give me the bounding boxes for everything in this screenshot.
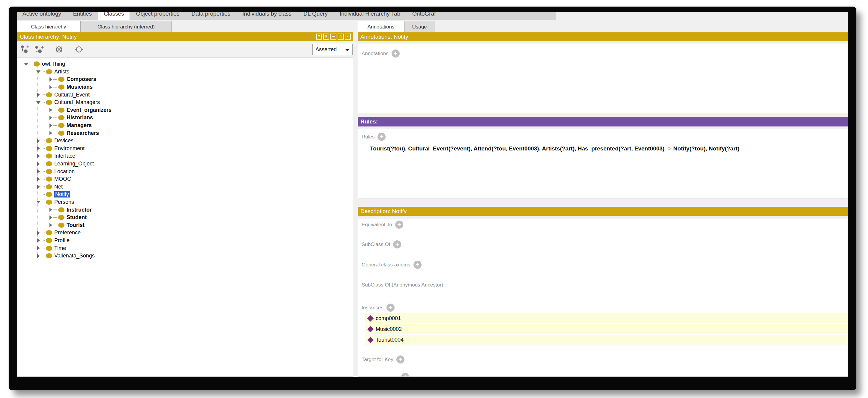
tree-row-net[interactable]: Net xyxy=(21,183,352,191)
collapse-toggle-icon[interactable] xyxy=(36,100,41,105)
collapse-toggle-icon[interactable] xyxy=(24,62,29,67)
tree-row-preference[interactable]: Preference xyxy=(21,229,352,237)
main-tab-data-properties[interactable]: Data properties xyxy=(186,12,236,20)
expand-toggle-icon[interactable] xyxy=(36,146,41,151)
expand-toggle-icon[interactable] xyxy=(49,108,53,112)
tree-row-learning-object[interactable]: Learning_Object xyxy=(21,160,352,168)
expand-toggle-icon[interactable] xyxy=(36,230,41,235)
add-general-axiom-button[interactable]: + xyxy=(413,261,422,269)
add-superclass-button[interactable]: + xyxy=(393,240,401,248)
main-tab-dl-query[interactable]: DL Query xyxy=(298,12,333,20)
tree-row-researchers[interactable]: Researchers xyxy=(21,129,352,137)
tree-row-mooc[interactable]: MOOC xyxy=(21,175,352,183)
tree-row-cultural-event[interactable]: Cultural_Event xyxy=(21,91,352,99)
minimize-icon[interactable]: — xyxy=(331,34,336,39)
maximize-icon[interactable]: □ xyxy=(338,34,344,39)
expand-toggle-icon[interactable] xyxy=(49,115,53,120)
tree-row-musicians[interactable]: Musicians xyxy=(21,83,352,91)
expand-toggle-icon[interactable] xyxy=(49,85,53,90)
tab-class-hierarchy-inferred[interactable]: Class hierarchy (inferred) xyxy=(80,21,172,32)
add-rule-button[interactable]: + xyxy=(377,133,385,141)
expand-toggle-icon[interactable] xyxy=(36,162,41,166)
clipped-add-button[interactable]: + xyxy=(401,373,409,377)
tree-row-owl-thing[interactable]: owl:Thing xyxy=(21,60,352,68)
delete-class-button[interactable] xyxy=(54,45,64,54)
expand-toggle-icon[interactable] xyxy=(36,177,41,181)
tree-node-label: Composers xyxy=(67,76,96,82)
class-tree-panel: owl:ThingArtistsComposersMusiciansCultur… xyxy=(17,58,353,377)
main-tab-individual-hierarchy-tab[interactable]: Individual Hierarchy Tab xyxy=(334,12,406,20)
tree-row-devices[interactable]: Devices xyxy=(21,137,352,145)
expand-toggle-icon[interactable] xyxy=(49,131,53,135)
tree-row-notify[interactable]: Notify xyxy=(21,191,352,198)
help-icon[interactable]: ? xyxy=(316,34,322,39)
tree-row-profile[interactable]: Profile xyxy=(21,237,352,244)
main-tab-ontograf[interactable]: OntoGraf xyxy=(407,12,441,20)
add-sibling-class-button[interactable] xyxy=(34,45,44,54)
swrl-rule-row[interactable]: Tourist(?tou), Cultural_Event(?event), A… xyxy=(358,143,847,154)
add-annotation-button[interactable]: + xyxy=(392,49,400,58)
expand-toggle-icon[interactable] xyxy=(36,169,41,174)
tab-class-hierarchy[interactable]: Class hierarchy xyxy=(17,21,80,32)
collapse-toggle-icon[interactable] xyxy=(36,200,41,204)
main-tab-individuals-by-class[interactable]: Individuals by class xyxy=(237,12,297,20)
expand-toggle-icon[interactable] xyxy=(36,254,41,258)
add-instance-button[interactable]: + xyxy=(386,304,395,312)
tree-row-historians[interactable]: Historians xyxy=(21,114,352,122)
instance-label: comp0001 xyxy=(376,315,401,322)
tree-row-time[interactable]: Time xyxy=(21,244,352,252)
tree-row-tourist[interactable]: Tourist xyxy=(21,221,352,229)
tree-row-composers[interactable]: Composers xyxy=(21,75,352,83)
class-icon xyxy=(46,154,52,159)
expand-toggle-icon[interactable] xyxy=(36,246,41,251)
class-hierarchy-header-title: Class hierarchy: Notify xyxy=(20,34,77,40)
expand-toggle-icon[interactable] xyxy=(36,92,41,97)
tree-connector xyxy=(41,233,45,233)
individual-icon xyxy=(367,326,374,332)
expand-toggle-icon[interactable] xyxy=(36,138,41,143)
main-tab-active-ontology[interactable]: Active ontology xyxy=(17,12,67,20)
tree-row-managers[interactable]: Managers xyxy=(21,122,352,130)
tree-node-label: Managers xyxy=(67,122,92,129)
class-icon xyxy=(46,200,52,205)
rules-panel: Rules + Tourist(?tou), Cultural_Event(?e… xyxy=(358,129,848,198)
tree-connector xyxy=(53,217,57,218)
instance-row[interactable]: Music0002 xyxy=(365,324,847,334)
collapse-toggle-icon[interactable] xyxy=(36,69,41,74)
tree-row-location[interactable]: Location xyxy=(21,168,352,175)
tab-annotations[interactable]: Annotations xyxy=(358,21,404,32)
expand-toggle-icon[interactable] xyxy=(49,123,53,128)
expand-toggle-icon[interactable] xyxy=(49,207,53,212)
tab-usage[interactable]: Usage xyxy=(404,21,434,32)
tree-row-artists[interactable]: Artists xyxy=(21,68,352,76)
expand-toggle-icon[interactable] xyxy=(49,215,53,220)
close-icon[interactable]: × xyxy=(345,34,351,39)
tree-row-persons[interactable]: Persons xyxy=(21,198,352,206)
add-subclass-button[interactable] xyxy=(20,45,30,54)
tree-row-instructor[interactable]: Instructor xyxy=(21,206,352,214)
split-view-icon[interactable]: II xyxy=(323,34,329,39)
main-tab-entities[interactable]: Entities xyxy=(68,12,97,20)
main-tab-object-properties[interactable]: Object properties xyxy=(131,12,185,20)
main-tab-classes[interactable]: Classes xyxy=(98,12,129,20)
add-target-key-button[interactable]: + xyxy=(396,356,404,364)
expand-toggle-icon[interactable] xyxy=(36,184,41,189)
tree-node-label: Location xyxy=(54,168,75,175)
instance-row[interactable]: comp0001 xyxy=(365,313,847,323)
tree-row-environment[interactable]: Environment xyxy=(21,145,352,153)
expand-toggle-icon[interactable] xyxy=(49,223,53,228)
instance-row[interactable]: Tourist0004 xyxy=(365,335,847,345)
add-equivalent-class-button[interactable]: + xyxy=(395,221,403,229)
hierarchy-view-dropdown[interactable]: Asserted xyxy=(312,44,352,55)
crosshair-icon[interactable] xyxy=(74,45,84,54)
tree-row-student[interactable]: Student xyxy=(21,214,352,222)
expand-toggle-icon[interactable] xyxy=(49,77,53,82)
expand-toggle-icon[interactable] xyxy=(36,154,41,159)
tree-row-cultural-managers[interactable]: Cultural_Managers xyxy=(21,99,352,106)
tree-row-interface[interactable]: Interface xyxy=(21,152,352,160)
class-icon xyxy=(46,238,52,243)
expand-toggle-icon[interactable] xyxy=(36,238,41,243)
tree-node-label: Cultural_Managers xyxy=(54,99,100,105)
tree-row-event-organizers[interactable]: Event_organizers xyxy=(21,106,352,114)
tree-row-vallenata-songs[interactable]: Vallenata_Songs xyxy=(21,252,352,260)
